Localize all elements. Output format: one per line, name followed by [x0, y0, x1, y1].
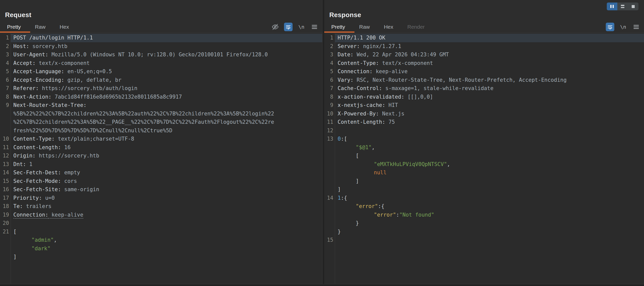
code-line[interactable]: 4Content-Type: text/x-component: [324, 59, 644, 68]
code-line[interactable]: 8x-action-revalidated: [[],0,0]: [324, 93, 644, 101]
code-text: Content-Length: 75: [335, 118, 644, 127]
code-line[interactable]: 12: [324, 127, 644, 135]
line-number: 14: [324, 194, 333, 202]
code-line[interactable]: 5Accept-Language: en-US,en;q=0.5: [0, 67, 322, 76]
code-text: Referer: https://sorcery.htb/auth/login: [11, 84, 322, 93]
line-number: 6: [0, 76, 9, 85]
code-text: Accept: text/x-component: [11, 59, 322, 68]
line-number: 8: [324, 93, 333, 101]
request-active-tab-indicator: [0, 31, 30, 33]
tab-hex[interactable]: Hex: [53, 21, 76, 33]
menu-icon[interactable]: [310, 23, 319, 31]
menu-icon[interactable]: [632, 23, 640, 31]
request-panel: Request PrettyRawHex \n 1POST /auth/logi…: [0, 0, 323, 284]
code-text: [11, 219, 322, 228]
line-number: 15: [0, 177, 9, 186]
code-line[interactable]: 2Host: sorcery.htb: [0, 42, 322, 51]
code-text: %2C%7B%22children%22%3A%5B%22__PAGE__%22…: [11, 118, 322, 127]
code-line[interactable]: 4Accept: text/x-component: [0, 59, 322, 68]
code-line[interactable]: 1POST /auth/login HTTP/1.1: [0, 34, 322, 42]
code-line[interactable]: 1HTTP/1.1 200 OK: [324, 34, 644, 42]
code-line[interactable]: 3User-Agent: Mozilla/5.0 (Windows NT 10.…: [0, 51, 322, 59]
tab-raw[interactable]: Raw: [28, 21, 53, 33]
code-text: null: [335, 169, 644, 177]
code-line[interactable]: "dark": [0, 244, 322, 253]
code-text: }: [335, 219, 644, 228]
code-line[interactable]: 21[: [0, 228, 322, 236]
code-text: Server: nginx/1.27.1: [335, 42, 644, 51]
code-line[interactable]: 6Vary: RSC, Next-Router-State-Tree, Next…: [324, 76, 644, 85]
line-number: [0, 244, 9, 253]
code-text: "error":"Not found": [335, 211, 644, 219]
code-line[interactable]: 7Cache-Control: s-maxage=1, stale-while-…: [324, 84, 644, 93]
code-line[interactable]: "error":{: [324, 202, 644, 211]
tab-raw[interactable]: Raw: [352, 21, 377, 33]
wrap-text-icon[interactable]: [284, 23, 293, 31]
line-number: [0, 236, 9, 244]
code-line[interactable]: 20: [0, 219, 322, 228]
code-line[interactable]: 9x-nextjs-cache: HIT: [324, 101, 644, 110]
line-number: 11: [324, 118, 333, 127]
code-line[interactable]: 18Te: trailers: [0, 202, 322, 211]
code-line[interactable]: ]: [0, 253, 322, 261]
code-line[interactable]: }: [324, 228, 644, 236]
code-line[interactable]: 19Connection: keep-alive: [0, 211, 322, 219]
code-line[interactable]: 17Priority: u=0: [0, 194, 322, 202]
code-line[interactable]: 10X-Powered-By: Next.js: [324, 110, 644, 118]
code-text: Connection: keep-alive: [335, 67, 644, 76]
code-line[interactable]: 3Date: Wed, 22 Apr 2026 04:23:49 GMT: [324, 51, 644, 59]
request-panel-header: Request PrettyRawHex \n: [0, 0, 322, 33]
code-line[interactable]: ]: [324, 185, 644, 194]
code-line[interactable]: "eMXTkHuLPViqV0QpNTSCV",: [324, 160, 644, 169]
request-code-rows: 1POST /auth/login HTTP/1.12Host: sorcery…: [0, 34, 322, 261]
single-layout-icon[interactable]: [628, 3, 638, 10]
code-line[interactable]: }: [324, 219, 644, 228]
code-line[interactable]: 7Referer: https://sorcery.htb/auth/login: [0, 84, 322, 93]
code-line[interactable]: %2C%7B%22children%22%3A%5B%22__PAGE__%22…: [0, 118, 322, 127]
tab-pretty[interactable]: Pretty: [0, 21, 28, 33]
code-line[interactable]: %5B%22%22%2C%7B%22children%22%3A%5B%22au…: [0, 110, 322, 118]
newline-glyph-icon[interactable]: \n: [619, 23, 627, 31]
code-line[interactable]: "error":"Not found": [324, 211, 644, 219]
eye-off-icon[interactable]: [271, 23, 279, 31]
code-line[interactable]: 15: [324, 236, 644, 244]
rows-layout-icon[interactable]: [617, 3, 628, 10]
code-line[interactable]: 12Origin: https://sorcery.htb: [0, 152, 322, 160]
code-text: Sec-Fetch-Mode: cors: [11, 177, 322, 186]
code-line[interactable]: 15Sec-Fetch-Mode: cors: [0, 177, 322, 186]
line-number: [324, 219, 333, 228]
columns-layout-icon[interactable]: [607, 3, 617, 10]
code-line[interactable]: ]: [324, 177, 644, 186]
line-number: 14: [0, 169, 9, 177]
code-line[interactable]: 16Sec-Fetch-Site: same-origin: [0, 185, 322, 194]
newline-glyph-icon[interactable]: \n: [297, 23, 306, 31]
code-text: Accept-Encoding: gzip, deflate, br: [11, 76, 322, 85]
code-line[interactable]: "admin",: [0, 236, 322, 244]
code-line[interactable]: 141:{: [324, 194, 644, 202]
line-number: [324, 152, 333, 160]
line-number: [324, 177, 333, 186]
code-line[interactable]: 10Content-Type: text/plain;charset=UTF-8: [0, 135, 322, 143]
tab-hex[interactable]: Hex: [377, 21, 400, 33]
code-line[interactable]: 5Connection: keep-alive: [324, 67, 644, 76]
code-line[interactable]: 11Content-Length: 75: [324, 118, 644, 127]
code-line[interactable]: [: [324, 152, 644, 160]
code-line[interactable]: fresh%22%5D%7D%5D%7D%5D%7D%2Cnull%2Cnull…: [0, 127, 322, 135]
code-line[interactable]: 9Next-Router-State-Tree:: [0, 101, 322, 110]
code-line[interactable]: 2Server: nginx/1.27.1: [324, 42, 644, 51]
wrap-text-icon[interactable]: [606, 23, 614, 31]
code-line[interactable]: 8Next-Action: 7abc1d84ff816e8d6965b2132e…: [0, 93, 322, 101]
code-text: [335, 236, 644, 244]
tab-pretty[interactable]: Pretty: [324, 21, 352, 33]
code-line[interactable]: 6Accept-Encoding: gzip, deflate, br: [0, 76, 322, 85]
code-line[interactable]: 13Dnt: 1: [0, 160, 322, 169]
code-line[interactable]: 130:[: [324, 135, 644, 143]
response-editor[interactable]: 1HTTP/1.1 200 OK2Server: nginx/1.27.13Da…: [324, 33, 644, 284]
code-line[interactable]: "$@1",: [324, 143, 644, 152]
code-line[interactable]: null: [324, 169, 644, 177]
code-text: ]: [335, 185, 644, 194]
code-line[interactable]: 14Sec-Fetch-Dest: empty: [0, 169, 322, 177]
request-editor[interactable]: 1POST /auth/login HTTP/1.12Host: sorcery…: [0, 33, 322, 284]
response-active-tab-indicator: [324, 31, 354, 33]
code-line[interactable]: 11Content-Length: 16: [0, 143, 322, 152]
